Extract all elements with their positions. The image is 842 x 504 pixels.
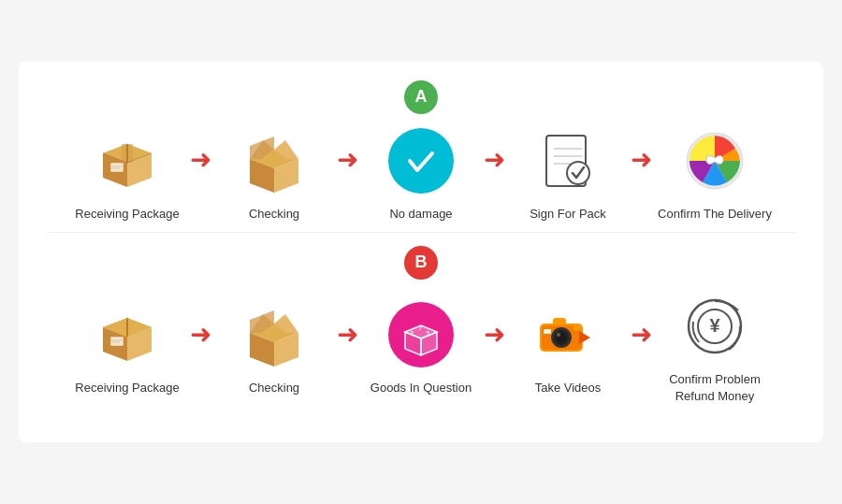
arrow-a-4: ➜ bbox=[631, 144, 652, 175]
svg-rect-52 bbox=[544, 329, 551, 334]
arrow-a-2: ➜ bbox=[337, 144, 358, 175]
flow-row-a: Receiving Package ➜ bbox=[66, 123, 776, 223]
svg-marker-53 bbox=[579, 331, 590, 344]
svg-rect-50 bbox=[553, 318, 566, 325]
arrow-b-3: ➜ bbox=[484, 319, 505, 350]
confirm-refund-icon: ¥ bbox=[677, 289, 752, 364]
step-b-video-label: Take Videos bbox=[535, 380, 602, 396]
step-a-confirm-label: Confirm The Delivery bbox=[658, 206, 772, 223]
svg-point-49 bbox=[557, 333, 560, 337]
step-b-question: ? ? ? Goods In Question bbox=[360, 297, 482, 396]
flow-row-b: Receiving Package ➜ Checking ➜ bbox=[66, 289, 776, 405]
confirm-delivery-icon bbox=[677, 123, 752, 198]
step-a-nodamage: No damage bbox=[360, 123, 482, 223]
section-divider bbox=[47, 232, 795, 233]
step-b-video: Take Videos bbox=[507, 297, 629, 396]
badge-a: A bbox=[404, 80, 438, 114]
svg-rect-29 bbox=[110, 337, 123, 346]
arrow-b-2: ➜ bbox=[337, 319, 358, 350]
badge-b: B bbox=[404, 246, 438, 280]
step-a-nodamage-label: No damage bbox=[389, 206, 452, 223]
svg-point-51 bbox=[573, 324, 581, 331]
svg-text:?: ? bbox=[410, 330, 414, 337]
step-a-receiving: Receiving Package bbox=[66, 123, 188, 223]
svg-text:?: ? bbox=[418, 324, 422, 331]
no-damage-icon bbox=[384, 123, 458, 198]
b-checking-icon bbox=[237, 297, 312, 372]
step-a-checking-label: Checking bbox=[249, 206, 299, 223]
step-a-confirm: Confirm The Delivery bbox=[654, 123, 776, 223]
step-b-refund: ¥ Confirm ProblemRefund Money bbox=[654, 289, 776, 405]
step-b-checking-label: Checking bbox=[249, 380, 299, 396]
step-a-checking: Checking bbox=[213, 123, 335, 223]
svg-point-21 bbox=[567, 162, 589, 184]
arrow-b-4: ➜ bbox=[631, 319, 652, 350]
receiving-package-icon bbox=[90, 123, 165, 198]
step-b-receiving: Receiving Package bbox=[66, 297, 188, 396]
step-a-sign-label: Sign For Pack bbox=[530, 206, 606, 223]
step-b-refund-label: Confirm ProblemRefund Money bbox=[669, 371, 761, 405]
section-b: B Receiving Package bbox=[47, 246, 795, 405]
sign-for-pack-icon bbox=[530, 123, 605, 198]
b-receiving-package-icon bbox=[90, 297, 165, 372]
step-a-sign: Sign For Pack bbox=[507, 123, 629, 223]
arrow-b-1: ➜ bbox=[190, 319, 211, 350]
take-videos-icon bbox=[530, 297, 605, 372]
step-b-checking: Checking bbox=[213, 297, 335, 396]
arrow-a-1: ➜ bbox=[190, 144, 211, 175]
step-a-receiving-label: Receiving Package bbox=[75, 206, 179, 223]
goods-in-question-icon: ? ? ? bbox=[384, 297, 458, 372]
main-container: A bbox=[19, 62, 823, 443]
svg-text:¥: ¥ bbox=[709, 315, 720, 336]
svg-text:?: ? bbox=[426, 330, 429, 337]
svg-rect-8 bbox=[110, 163, 123, 172]
section-a: A bbox=[47, 80, 795, 223]
step-b-question-label: Goods In Question bbox=[370, 380, 472, 396]
arrow-a-3: ➜ bbox=[484, 144, 505, 175]
checking-icon bbox=[237, 123, 312, 198]
step-b-receiving-label: Receiving Package bbox=[75, 380, 179, 396]
